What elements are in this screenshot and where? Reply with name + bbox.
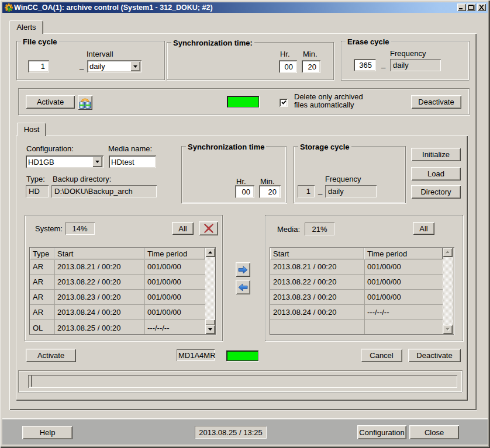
system-cell[interactable]: AR <box>30 259 54 275</box>
scrollbar-track[interactable] <box>443 257 453 325</box>
progress-bar-tick <box>31 376 32 387</box>
load-button[interactable]: Load <box>411 167 461 180</box>
system-all-label: All <box>178 224 187 233</box>
system-cell[interactable]: AR <box>30 275 54 290</box>
delete-archived-label-line1: Delete only archived <box>294 93 363 101</box>
cancel-button[interactable]: Cancel <box>361 349 402 362</box>
min-value-host: 20 <box>268 187 277 196</box>
hr-label-top: Hr. <box>280 50 290 58</box>
media-label: Media: <box>277 225 300 234</box>
media-cell[interactable]: 2013.08.22 / 00:20 <box>270 275 364 290</box>
system-col-type[interactable]: Type <box>30 248 54 259</box>
scroll-down-button[interactable] <box>205 325 215 334</box>
copy-to-media-button[interactable] <box>236 262 250 277</box>
hr-input-host[interactable]: 00 <box>235 185 254 198</box>
file-cycle-group-title: File cycle <box>21 37 59 46</box>
close-button[interactable] <box>477 4 486 11</box>
app-gear-icon <box>5 4 13 12</box>
delete-archived-checkbox[interactable] <box>279 99 288 107</box>
media-col-start[interactable]: Start <box>270 248 364 259</box>
system-cell[interactable]: 001/00/00 <box>144 305 205 320</box>
storage-value: 1 <box>306 187 310 196</box>
media-percent-value: 21% <box>312 225 327 234</box>
media-cell[interactable]: 2013.08.21 / 00:20 <box>270 259 364 275</box>
erase-frequency-field: daily <box>390 59 441 71</box>
system-cell[interactable]: 001/00/00 <box>144 259 205 275</box>
min-input-top[interactable]: 20 <box>302 60 320 73</box>
erase-cycle-value-input[interactable]: 365 <box>354 59 376 71</box>
media-cell[interactable]: 2013.08.23 / 00:20 <box>270 290 364 305</box>
arrow-left-icon <box>238 283 248 291</box>
directory-button[interactable]: Directory <box>411 185 461 199</box>
host-activate-button[interactable]: Activate <box>26 349 76 362</box>
media-cell[interactable]: 001/00/00 <box>364 290 443 305</box>
media-col-period[interactable]: Time period <box>364 248 443 259</box>
system-col-period[interactable]: Time period <box>144 248 205 259</box>
delete-archived-label: Delete only archived files automatically <box>294 93 363 109</box>
close-label: Close <box>425 428 444 437</box>
system-cell[interactable]: 2013.08.21 / 00:20 <box>54 259 144 275</box>
alert-activate-button[interactable]: Activate <box>26 95 75 109</box>
file-cycle-value-input[interactable]: 1 <box>28 60 49 72</box>
media-all-button[interactable]: All <box>413 222 434 235</box>
media-cell[interactable] <box>364 320 443 335</box>
system-col-start[interactable]: Start <box>54 248 144 259</box>
system-all-button[interactable]: All <box>172 222 194 235</box>
media-cell[interactable]: 001/00/00 <box>364 259 443 275</box>
tab-host-label: Host <box>24 125 40 134</box>
frequency-label-erase: Frequency <box>390 49 426 58</box>
host-status-indicator <box>226 350 258 361</box>
configuration-button[interactable]: Configuration <box>357 425 406 439</box>
close-dialog-button[interactable]: Close <box>409 425 459 439</box>
scroll-up-button[interactable] <box>443 248 453 257</box>
maximize-button[interactable] <box>467 4 475 11</box>
alert-deactivate-button[interactable]: Deactivate <box>411 95 461 109</box>
media-cell[interactable] <box>270 320 364 335</box>
system-cell[interactable]: 2013.08.22 / 00:20 <box>54 275 144 290</box>
tab-host[interactable]: Host <box>17 123 46 136</box>
help-label: Help <box>40 428 56 437</box>
system-cell[interactable]: 2013.08.24 / 00:20 <box>54 305 144 320</box>
system-cell[interactable]: 2013.08.25 / 00:20 <box>54 320 144 335</box>
media-name-input[interactable]: HDtest <box>109 155 156 168</box>
scrollbar-track[interactable] <box>205 257 215 325</box>
copy-to-system-button[interactable] <box>236 280 250 294</box>
intervall-select[interactable]: daily <box>87 60 142 72</box>
intervall-dropdown-button[interactable] <box>130 61 140 71</box>
sync-time-host-title: Synchronization time <box>186 143 266 151</box>
erase-cycle-separator: _ <box>381 60 385 68</box>
storage-value-field: 1 <box>298 185 315 197</box>
scroll-up-button[interactable] <box>205 248 215 257</box>
system-cell[interactable]: AR <box>30 305 54 320</box>
min-input-host[interactable]: 20 <box>259 185 281 198</box>
system-cell[interactable]: OL <box>30 320 54 335</box>
configuration-dropdown-button[interactable] <box>92 157 102 167</box>
system-cell[interactable]: 001/00/00 <box>144 275 205 290</box>
system-cell[interactable]: AR <box>30 290 54 305</box>
system-table-scrollbar[interactable] <box>205 248 215 334</box>
media-table-scrollbar[interactable] <box>443 248 453 334</box>
configuration-select[interactable]: HD1GB <box>26 155 103 168</box>
archive-control-window: WinCC_OA(1): archive control (System1 - … <box>0 0 490 448</box>
system-cell[interactable]: ---/--/-- <box>144 320 205 335</box>
scroll-down-button[interactable] <box>443 325 453 334</box>
minimize-button[interactable] <box>457 4 466 11</box>
system-cell[interactable]: 2013.08.23 / 00:20 <box>54 290 144 305</box>
min-label-host: Min. <box>260 177 275 186</box>
media-cell[interactable]: 2013.08.24 / 00:20 <box>270 305 364 320</box>
system-cell[interactable]: 001/00/00 <box>144 290 205 305</box>
archive-link-button[interactable] <box>78 95 92 110</box>
media-cell[interactable]: ---/--/-- <box>364 305 443 320</box>
storage-frequency-value: daily <box>328 187 344 196</box>
hr-input-top[interactable]: 00 <box>279 60 297 73</box>
sync-time-top-title: Synchronization time: <box>171 39 254 47</box>
intervall-label: Intervall <box>87 50 113 58</box>
system-delete-button[interactable] <box>199 221 218 235</box>
title-bar[interactable]: WinCC_OA(1): archive control (System1 - … <box>2 2 488 13</box>
tab-alerts[interactable]: Alerts <box>9 20 43 34</box>
system-percent-value: 14% <box>72 224 87 233</box>
initialize-button[interactable]: Initialize <box>411 148 461 161</box>
help-button[interactable]: Help <box>22 426 73 439</box>
host-deactivate-button[interactable]: Deactivate <box>408 349 461 362</box>
media-cell[interactable]: 001/00/00 <box>364 275 443 290</box>
